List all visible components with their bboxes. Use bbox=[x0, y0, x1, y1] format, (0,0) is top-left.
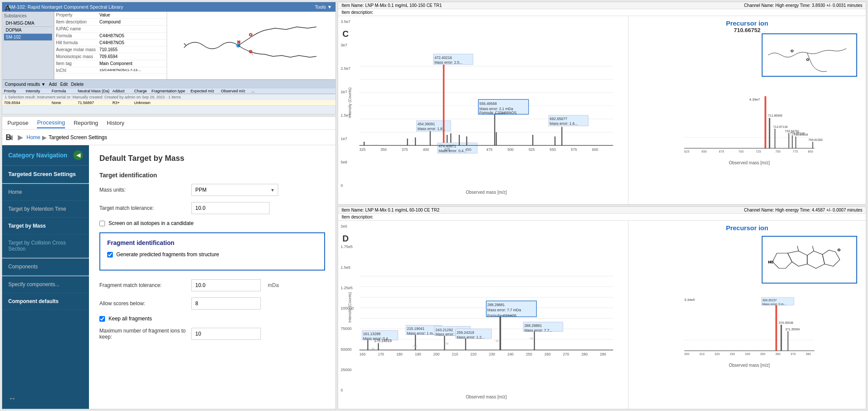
scores-row: Allow scores below: bbox=[99, 297, 325, 310]
svg-rect-160 bbox=[787, 331, 788, 351]
menu-purpose[interactable]: Purpose bbox=[7, 118, 28, 128]
sidebar-close-button[interactable]: ◀ bbox=[73, 150, 83, 160]
prop-key-2: IUPAC name bbox=[54, 26, 98, 33]
svg-text:692.65677: 692.65677 bbox=[550, 117, 568, 121]
panel-c-header-right: Channel Name: High energy Time: 3.8930 +… bbox=[744, 3, 862, 8]
svg-text:175.14819: 175.14819 bbox=[374, 339, 392, 343]
menu-processing[interactable]: Processing bbox=[37, 117, 65, 128]
edit-btn[interactable]: Edit bbox=[60, 82, 68, 87]
breadcrumb-sep: ▶ bbox=[42, 134, 47, 141]
panel-d-x-label-right: Observed mass [m/z] bbox=[635, 363, 864, 368]
svg-text:~M: ~M bbox=[370, 347, 374, 351]
panel-b-main-content: Default Target by Mass Target identifica… bbox=[89, 145, 335, 409]
sidebar-item-home[interactable]: Home bbox=[2, 184, 89, 201]
svg-text:~: ~ bbox=[375, 142, 377, 146]
nav-forward[interactable]: ▶ bbox=[16, 131, 25, 143]
panel-a-toolbar: TAM-102: Rapid Nontarget Component Spect… bbox=[2, 2, 335, 12]
svg-text:370.35538: 370.35538 bbox=[779, 321, 793, 324]
svg-text:Mass error: 0 m...: Mass error: 0 m... bbox=[762, 303, 786, 306]
sidebar-item-targeted-screen-settings[interactable]: Targeted Screen Settings bbox=[2, 166, 89, 183]
isotope-row: Screen on all isotopes in a candidate bbox=[99, 220, 325, 226]
svg-text:N: N bbox=[237, 40, 240, 44]
svg-text:800: 800 bbox=[808, 150, 813, 153]
prop-val-1: Compound bbox=[98, 19, 167, 26]
breadcrumb-home[interactable]: Home bbox=[26, 134, 40, 140]
fragment-tolerance-input[interactable] bbox=[191, 279, 261, 291]
panel-c-right-spectrum: Precursor ion 710.66752 O O bbox=[628, 16, 866, 204]
panel-d-spectrum-area: D 2e51.75e51.5e51.25e5100000750005000025… bbox=[338, 221, 866, 409]
svg-text:550: 550 bbox=[550, 147, 556, 152]
generate-fragments-checkbox[interactable] bbox=[107, 252, 113, 258]
svg-text:~M: ~M bbox=[494, 339, 499, 343]
list-item-sm102[interactable]: SM-102 bbox=[4, 34, 52, 41]
svg-text:HO: HO bbox=[768, 260, 773, 264]
prop-val-3: C44H87NO5 bbox=[98, 33, 167, 39]
svg-rect-158 bbox=[780, 325, 782, 351]
fragment-tolerance-row: Fragment match tolerance: mDa bbox=[99, 279, 325, 291]
panel-a-results: Compound results ▼ Add Edit Delete Prior… bbox=[2, 79, 335, 114]
svg-text:375: 375 bbox=[401, 147, 408, 152]
panel-d-left-spectrum: D 2e51.75e51.5e51.25e5100000750005000025… bbox=[338, 221, 628, 409]
list-item-dh-msg-dma[interactable]: DH-MSG-DMA bbox=[4, 20, 52, 27]
svg-rect-29 bbox=[459, 135, 460, 145]
svg-text:325: 325 bbox=[359, 147, 365, 152]
panel-d-header-left: Item Name: LNP M-Mix 0.1 mg/mL 60-100 CE… bbox=[342, 208, 439, 212]
svg-text:4.39e7: 4.39e7 bbox=[749, 98, 760, 101]
scores-input[interactable] bbox=[191, 297, 261, 310]
svg-text:215.19041: 215.19041 bbox=[407, 326, 425, 331]
sidebar-item-collision-cross[interactable]: Target by Collision Cross Section bbox=[2, 235, 89, 258]
svg-text:425: 425 bbox=[444, 147, 450, 152]
prop-val-4: C44H87NO5 bbox=[98, 39, 167, 46]
panel-a-tools[interactable]: Tools ▼ bbox=[315, 4, 332, 10]
svg-text:712.67118: 712.67118 bbox=[773, 125, 787, 128]
molecule-svg: N O O bbox=[182, 17, 321, 74]
svg-rect-70 bbox=[788, 133, 789, 148]
sidebar-item-specify-components[interactable]: Specify components... bbox=[2, 276, 89, 293]
sidebar-item-component-defaults[interactable]: Component defaults bbox=[2, 293, 89, 310]
selection-info: 1 Selection result: Instrument serial or… bbox=[2, 94, 335, 100]
svg-text:288.28881: 288.28881 bbox=[524, 323, 542, 328]
panel-c-y-axis-label: Intensity (Counts) bbox=[348, 88, 352, 118]
delete-btn[interactable]: Delete bbox=[71, 82, 84, 87]
svg-rect-68 bbox=[774, 129, 775, 148]
match-tolerance-label: Target match tolerance: bbox=[99, 205, 186, 211]
panel-b-label: B bbox=[6, 133, 11, 142]
svg-text:260: 260 bbox=[544, 352, 550, 356]
panels-right: Item Name: LNP M-Mix 0.1 mg/mL 100-150 C… bbox=[338, 2, 866, 409]
match-tolerance-input[interactable] bbox=[191, 202, 270, 214]
svg-rect-37 bbox=[496, 132, 496, 145]
svg-text:243.21292: 243.21292 bbox=[435, 328, 453, 332]
sidebar-item-components[interactable]: Components bbox=[2, 258, 89, 275]
sidebar-item-target-mass[interactable]: Target by Mass bbox=[2, 218, 89, 235]
svg-text:330: 330 bbox=[730, 352, 735, 356]
results-table-row[interactable]: 709.6594 None 71.56897 R3+ Unknown bbox=[2, 100, 335, 106]
isotope-checkbox[interactable] bbox=[99, 221, 105, 226]
sidebar-collapse-button[interactable]: ↔ bbox=[2, 389, 89, 409]
prop-key-7: Item tag bbox=[54, 60, 98, 67]
prop-key-4: Hill formula bbox=[54, 39, 98, 46]
svg-rect-95 bbox=[367, 339, 368, 350]
svg-text:250: 250 bbox=[526, 352, 532, 356]
panel-c-spectrum-area: C 3.5e73e72.5e72e71.5e71e75e60 bbox=[338, 16, 866, 204]
sidebar-title: Category Navigation bbox=[8, 152, 67, 159]
svg-text:556.49568: 556.49568 bbox=[480, 101, 497, 106]
svg-text:450: 450 bbox=[465, 147, 471, 152]
panel-c-left-svg: 454.39091 Mass error: 1.8... 472.40216 M… bbox=[359, 24, 613, 188]
prop-key-5: Average molar mass bbox=[54, 46, 98, 53]
svg-rect-40 bbox=[561, 127, 562, 146]
menu-history[interactable]: History bbox=[107, 118, 124, 128]
svg-text:700: 700 bbox=[738, 150, 743, 153]
add-btn[interactable]: Add bbox=[49, 82, 57, 87]
max-fragments-input[interactable] bbox=[191, 328, 261, 340]
svg-text:675: 675 bbox=[719, 150, 724, 153]
mass-units-select[interactable]: PPM mDa Da bbox=[191, 184, 278, 196]
menu-reporting[interactable]: Reporting bbox=[74, 118, 98, 128]
list-item-dopma[interactable]: DOPMA bbox=[4, 27, 52, 34]
sidebar-item-retention-time[interactable]: Target by Retention Time bbox=[2, 201, 89, 218]
svg-text:310: 310 bbox=[699, 352, 704, 356]
keep-fragments-checkbox[interactable] bbox=[99, 316, 105, 322]
section-title: Default Target by Mass bbox=[99, 154, 325, 163]
panel-c: Item Name: LNP M-Mix 0.1 mg/mL 100-150 C… bbox=[338, 2, 866, 205]
panel-d-right-spectrum: Precursor ion bbox=[628, 221, 866, 409]
panel-d-molecule-inset: HO O bbox=[762, 236, 857, 284]
